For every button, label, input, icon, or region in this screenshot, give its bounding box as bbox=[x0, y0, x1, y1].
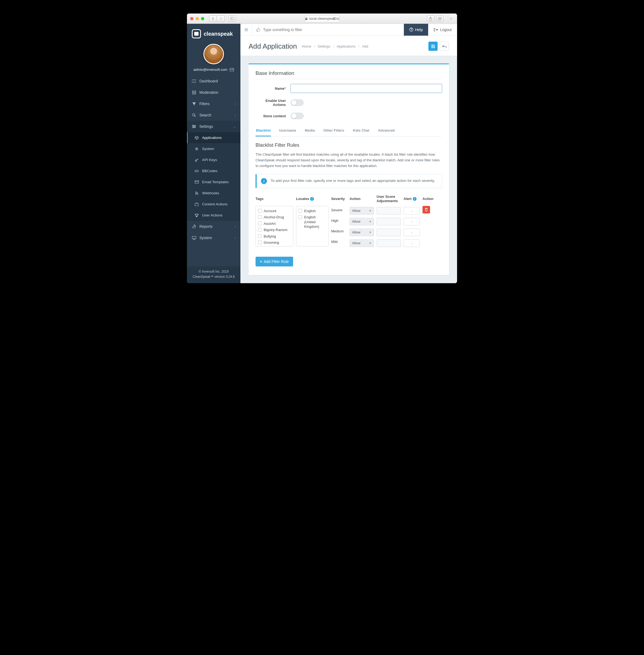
footer-copyright: © Inversoft Inc. 2019 bbox=[189, 269, 238, 274]
delete-rule-button[interactable] bbox=[422, 206, 430, 213]
enable-user-actions-toggle[interactable] bbox=[291, 99, 304, 106]
logout-button[interactable]: Logout bbox=[428, 24, 457, 36]
action-select[interactable]: Allow▼ bbox=[349, 229, 374, 236]
forward-button[interactable] bbox=[217, 16, 225, 22]
save-button[interactable] bbox=[429, 42, 438, 51]
back-button[interactable] bbox=[209, 16, 217, 22]
sidebar-item-system[interactable]: System ‹ bbox=[187, 232, 240, 244]
sidebar-sub-webhooks[interactable]: Webhooks bbox=[187, 187, 240, 199]
alert-select[interactable]: ⌄ bbox=[404, 240, 420, 247]
svg-rect-12 bbox=[192, 91, 193, 92]
minimize-window[interactable] bbox=[196, 17, 199, 20]
breadcrumb: Home/ Settings/ Applications/ Add bbox=[302, 44, 368, 48]
action-select[interactable]: Allow▼ bbox=[349, 240, 374, 247]
tab-username[interactable]: Username bbox=[278, 125, 297, 136]
logout-icon bbox=[434, 28, 438, 31]
row-action bbox=[422, 206, 435, 213]
sidebar-item-dashboard[interactable]: Dashboard bbox=[187, 75, 240, 87]
sidebar-item-settings[interactable]: Settings ⌄ bbox=[187, 121, 240, 132]
severity-col: Severe High Medium Mild bbox=[331, 206, 347, 244]
usa-col bbox=[376, 206, 401, 247]
tag-option[interactable]: Bigotry-Racism bbox=[257, 227, 292, 233]
share-button[interactable] bbox=[427, 16, 434, 22]
sidebar-toggle-browser[interactable] bbox=[229, 16, 236, 22]
reload-icon[interactable] bbox=[332, 17, 336, 21]
sidebar-item-label: Search bbox=[199, 113, 211, 117]
help-button[interactable]: Help bbox=[404, 24, 428, 36]
alert-select[interactable]: ⌄ bbox=[404, 218, 420, 225]
add-filter-rule-button[interactable]: + Add Filter Rule bbox=[256, 257, 293, 266]
info-callout: i To add your first filter rule, specify… bbox=[256, 174, 442, 188]
avatar[interactable] bbox=[203, 44, 224, 64]
sidebar-collapse-button[interactable] bbox=[240, 24, 252, 36]
sidebar-item-moderation[interactable]: Moderation bbox=[187, 87, 240, 98]
sidebar-item-label: User Actions bbox=[202, 213, 223, 217]
field-store-content: Store content bbox=[256, 113, 442, 119]
tag-option[interactable]: Grooming bbox=[257, 240, 292, 246]
info-icon[interactable]: i bbox=[310, 197, 314, 201]
store-content-toggle[interactable] bbox=[291, 113, 304, 119]
tab-kids-chat[interactable]: Kids Chat bbox=[352, 125, 370, 136]
alert-select[interactable]: ⌄ bbox=[404, 207, 420, 214]
locale-option[interactable]: English (United Kingdom) bbox=[297, 214, 327, 230]
svg-point-7 bbox=[230, 69, 231, 70]
tag-option[interactable]: AsciiArt bbox=[257, 221, 292, 227]
usa-input[interactable] bbox=[376, 218, 401, 225]
filter-input[interactable] bbox=[263, 27, 400, 32]
name-input[interactable] bbox=[291, 84, 442, 93]
tabs-button[interactable] bbox=[436, 16, 443, 22]
monitor-icon bbox=[192, 236, 196, 240]
tab-other-filters[interactable]: Other Filters bbox=[323, 125, 345, 136]
locale-option[interactable]: English bbox=[297, 208, 327, 214]
id-card-icon[interactable] bbox=[230, 68, 234, 71]
svg-rect-16 bbox=[194, 92, 194, 93]
box-icon bbox=[194, 136, 199, 140]
nav-bottom: Reports ‹ System ‹ bbox=[187, 221, 240, 244]
sidebar-item-reports[interactable]: Reports ‹ bbox=[187, 221, 240, 232]
sidebar-sub-system[interactable]: System bbox=[187, 143, 240, 154]
tag-option[interactable]: Harm-Abuse bbox=[257, 246, 292, 246]
dashboard-icon bbox=[192, 80, 196, 83]
maximize-window[interactable] bbox=[201, 17, 204, 20]
action-select[interactable]: Allow▼ bbox=[349, 218, 374, 225]
close-window[interactable] bbox=[190, 17, 193, 20]
sidebar-sub-contentactions[interactable]: Content Actions bbox=[187, 199, 240, 210]
sliders-icon bbox=[192, 125, 196, 128]
url-bar[interactable]: local.cleanspeak.io bbox=[305, 15, 339, 22]
usa-input[interactable] bbox=[376, 240, 401, 247]
severity-label: Severe bbox=[331, 208, 347, 212]
sidebar-sub-applications[interactable]: Applications bbox=[187, 132, 240, 143]
sidebar-item-search[interactable]: Search ‹ bbox=[187, 109, 240, 121]
locales-listbox[interactable]: English English (United Kingdom) bbox=[296, 206, 328, 246]
tag-option[interactable]: Account bbox=[257, 208, 292, 214]
crumb[interactable]: Home bbox=[302, 44, 311, 48]
tag-option[interactable]: Bullying bbox=[257, 233, 292, 240]
brand: cleanspeak bbox=[187, 24, 240, 41]
svg-point-24 bbox=[192, 125, 194, 126]
info-icon[interactable]: i bbox=[413, 197, 417, 201]
sidebar-sub-emailtemplates[interactable]: Email Templates bbox=[187, 177, 240, 187]
traffic-lights bbox=[190, 17, 204, 20]
crumb[interactable]: Applications bbox=[337, 44, 355, 48]
new-tab-button[interactable]: ＋ bbox=[448, 14, 454, 24]
tab-media[interactable]: Media bbox=[304, 125, 315, 136]
store-content-label: Store content bbox=[256, 114, 291, 118]
tab-advanced[interactable]: Advanced bbox=[377, 125, 395, 136]
svg-rect-5 bbox=[439, 17, 441, 19]
sidebar-sub-bbcodes[interactable]: BBCodes bbox=[187, 165, 240, 177]
tags-listbox[interactable]: Account Alcohol-Drug AsciiArt Bigotry-Ra… bbox=[256, 206, 293, 246]
sidebar-item-filters[interactable]: Filters ‹ bbox=[187, 98, 240, 109]
crumb[interactable]: Settings bbox=[318, 44, 330, 48]
usa-input[interactable] bbox=[376, 229, 401, 236]
crumb: Add bbox=[362, 44, 368, 48]
alert-select[interactable]: ⌄ bbox=[404, 229, 420, 236]
back-action-button[interactable] bbox=[440, 42, 449, 51]
page-title: Add Application bbox=[249, 42, 297, 50]
tab-blacklist[interactable]: Blacklist bbox=[256, 125, 271, 136]
action-select[interactable]: Allow▼ bbox=[349, 207, 374, 214]
sidebar-sub-useractions[interactable]: User Actions bbox=[187, 210, 240, 221]
usa-input[interactable] bbox=[376, 207, 401, 214]
tag-option[interactable]: Alcohol-Drug bbox=[257, 214, 292, 221]
header-actions bbox=[429, 42, 449, 51]
sidebar-sub-apikeys[interactable]: API Keys bbox=[187, 154, 240, 165]
